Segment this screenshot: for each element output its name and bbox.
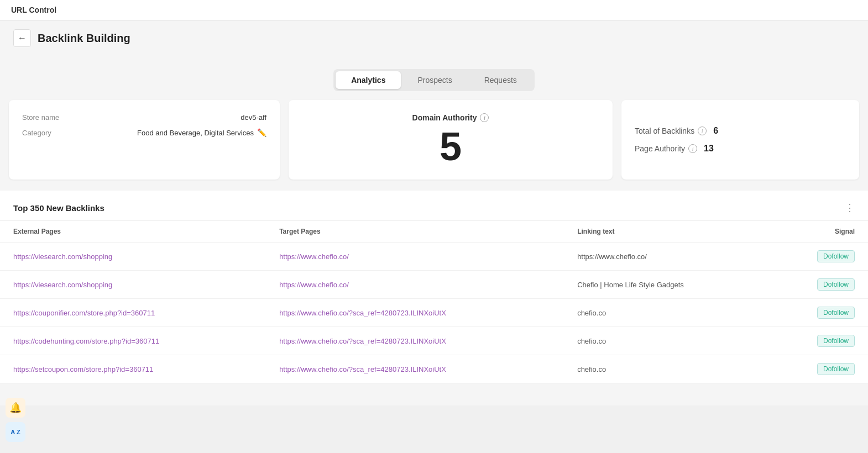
category-label: Category bbox=[22, 129, 51, 137]
backlinks-header: Top 350 New Backlinks ⋮ bbox=[0, 191, 868, 220]
bottom-icons: 🔔 A Z bbox=[6, 398, 25, 442]
backlinks-label: Total of Backlinks bbox=[635, 127, 694, 135]
signal-cell: Dofollow bbox=[769, 299, 868, 327]
back-icon: ← bbox=[18, 33, 27, 43]
dofollow-badge: Dofollow bbox=[817, 363, 855, 375]
store-name-row: Store name dev5-aff bbox=[22, 113, 266, 122]
linking-text-cell: https://www.chefio.co/ bbox=[564, 243, 769, 271]
dofollow-badge: Dofollow bbox=[817, 250, 855, 262]
tab-prospects[interactable]: Prospects bbox=[402, 71, 467, 89]
external-page-cell: https://couponifier.com/store.php?id=360… bbox=[0, 299, 266, 327]
external-page-cell: https://setcoupon.com/store.php?id=36071… bbox=[0, 355, 266, 383]
table-wrapper: External Pages Target Pages Linking text… bbox=[0, 220, 868, 383]
external-page-cell: https://codehunting.com/store.php?id=360… bbox=[0, 327, 266, 355]
target-page-link[interactable]: https://www.chefio.co/ bbox=[279, 252, 349, 261]
backlinks-info-icon[interactable]: i bbox=[698, 127, 707, 135]
table-row: https://viesearch.com/shoppinghttps://ww… bbox=[0, 243, 868, 271]
target-page-link[interactable]: https://www.chefio.co/?sca_ref=4280723.I… bbox=[279, 365, 446, 373]
backlinks-value: 6 bbox=[713, 126, 718, 136]
page-title: Backlink Building bbox=[38, 32, 130, 45]
linking-text-cell: Chefio | Home Life Style Gadgets bbox=[564, 271, 769, 299]
edit-icon[interactable]: ✏️ bbox=[257, 128, 266, 137]
tabs: Analytics Prospects Requests bbox=[333, 69, 535, 91]
target-page-cell: https://www.chefio.co/?sca_ref=4280723.I… bbox=[266, 327, 564, 355]
backlinks-row: Total of Backlinks i 6 bbox=[635, 126, 846, 136]
target-page-cell: https://www.chefio.co/ bbox=[266, 243, 564, 271]
domain-info-icon[interactable]: i bbox=[480, 113, 489, 122]
backlinks-section: Top 350 New Backlinks ⋮ External Pages T… bbox=[0, 191, 868, 383]
store-card: Store name dev5-aff Category Food and Be… bbox=[9, 100, 280, 180]
bell-icon[interactable]: 🔔 bbox=[6, 398, 25, 418]
external-page-link[interactable]: https://couponifier.com/store.php?id=360… bbox=[13, 309, 155, 317]
external-page-link[interactable]: https://viesearch.com/shopping bbox=[13, 252, 112, 261]
target-page-link[interactable]: https://www.chefio.co/?sca_ref=4280723.I… bbox=[279, 309, 446, 317]
app-title: URL Control bbox=[11, 6, 56, 14]
external-page-link[interactable]: https://codehunting.com/store.php?id=360… bbox=[13, 337, 159, 345]
col-signal: Signal bbox=[769, 221, 868, 243]
cards-row: Store name dev5-aff Category Food and Be… bbox=[0, 100, 868, 191]
linking-text-cell: chefio.co bbox=[564, 355, 769, 383]
external-page-link[interactable]: https://viesearch.com/shopping bbox=[13, 281, 112, 289]
tabs-container: Analytics Prospects Requests bbox=[0, 56, 868, 100]
domain-title: Domain Authority i bbox=[412, 113, 489, 122]
external-page-cell: https://viesearch.com/shopping bbox=[0, 243, 266, 271]
linking-text-cell: chefio.co bbox=[564, 327, 769, 355]
table-row: https://viesearch.com/shoppinghttps://ww… bbox=[0, 271, 868, 299]
translate-icon[interactable]: A Z bbox=[6, 422, 25, 442]
dofollow-badge: Dofollow bbox=[817, 278, 855, 291]
target-page-cell: https://www.chefio.co/?sca_ref=4280723.I… bbox=[266, 299, 564, 327]
table-header-row: External Pages Target Pages Linking text… bbox=[0, 221, 868, 243]
backlinks-title: Top 350 New Backlinks bbox=[13, 203, 104, 213]
col-external-pages: External Pages bbox=[0, 221, 266, 243]
dofollow-badge: Dofollow bbox=[817, 335, 855, 347]
tab-analytics[interactable]: Analytics bbox=[336, 71, 401, 89]
table-row: https://setcoupon.com/store.php?id=36071… bbox=[0, 355, 868, 383]
signal-cell: Dofollow bbox=[769, 243, 868, 271]
target-page-cell: https://www.chefio.co/ bbox=[266, 271, 564, 299]
target-page-link[interactable]: https://www.chefio.co/?sca_ref=4280723.I… bbox=[279, 337, 446, 345]
tab-requests[interactable]: Requests bbox=[469, 71, 532, 89]
store-name-value: dev5-aff bbox=[240, 113, 266, 122]
external-page-link[interactable]: https://setcoupon.com/store.php?id=36071… bbox=[13, 365, 153, 373]
external-page-cell: https://viesearch.com/shopping bbox=[0, 271, 266, 299]
page-authority-row: Page Authority i 13 bbox=[635, 144, 846, 154]
domain-authority-card: Domain Authority i 5 bbox=[289, 100, 613, 180]
main-content: Analytics Prospects Requests Store name … bbox=[0, 56, 868, 405]
page-header: ← Backlink Building bbox=[0, 20, 868, 56]
table-row: https://codehunting.com/store.php?id=360… bbox=[0, 327, 868, 355]
more-options-icon[interactable]: ⋮ bbox=[845, 202, 855, 214]
signal-cell: Dofollow bbox=[769, 271, 868, 299]
page-authority-info-icon[interactable]: i bbox=[688, 144, 697, 153]
signal-cell: Dofollow bbox=[769, 327, 868, 355]
store-name-label: Store name bbox=[22, 113, 59, 122]
top-bar: URL Control bbox=[0, 0, 868, 20]
table-row: https://couponifier.com/store.php?id=360… bbox=[0, 299, 868, 327]
translate-label: A Z bbox=[11, 429, 20, 435]
category-row: Category Food and Beverage, Digital Serv… bbox=[22, 128, 266, 137]
authority-card: Total of Backlinks i 6 Page Authority i … bbox=[621, 100, 859, 180]
signal-cell: Dofollow bbox=[769, 355, 868, 383]
page-authority-value: 13 bbox=[704, 144, 714, 154]
page-authority-label: Page Authority bbox=[635, 144, 685, 153]
back-button[interactable]: ← bbox=[13, 29, 31, 47]
target-page-cell: https://www.chefio.co/?sca_ref=4280723.I… bbox=[266, 355, 564, 383]
col-linking-text: Linking text bbox=[564, 221, 769, 243]
backlinks-table: External Pages Target Pages Linking text… bbox=[0, 220, 868, 383]
target-page-link[interactable]: https://www.chefio.co/ bbox=[279, 281, 349, 289]
category-value: Food and Beverage, Digital Services ✏️ bbox=[137, 128, 266, 137]
dofollow-badge: Dofollow bbox=[817, 307, 855, 319]
col-target-pages: Target Pages bbox=[266, 221, 564, 243]
domain-authority-value: 5 bbox=[440, 127, 462, 166]
linking-text-cell: chefio.co bbox=[564, 299, 769, 327]
